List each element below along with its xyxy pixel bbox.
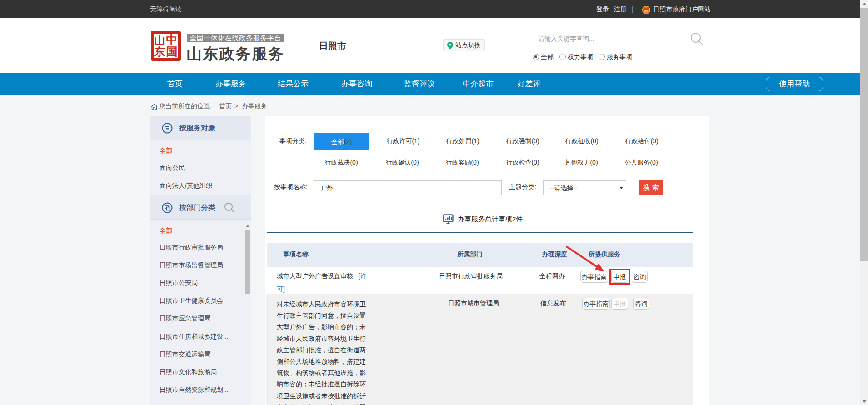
svg-text:国: 国 [166,45,178,58]
svg-text:东: 东 [154,45,165,58]
svg-text:山: 山 [154,34,165,46]
svg-text:中: 中 [166,33,178,46]
